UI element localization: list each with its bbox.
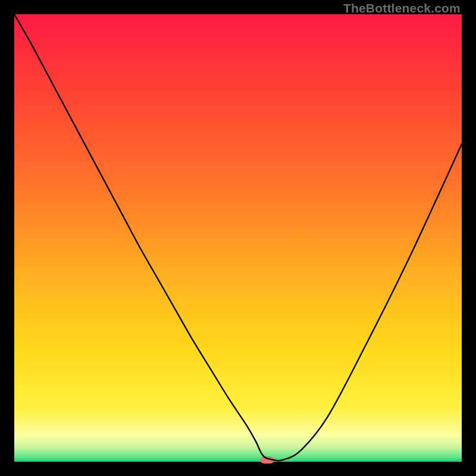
chart-plot-area	[14, 14, 462, 462]
watermark-text: TheBottleneck.com	[343, 1, 461, 15]
curve-path	[14, 14, 462, 461]
bottleneck-curve	[14, 14, 462, 462]
